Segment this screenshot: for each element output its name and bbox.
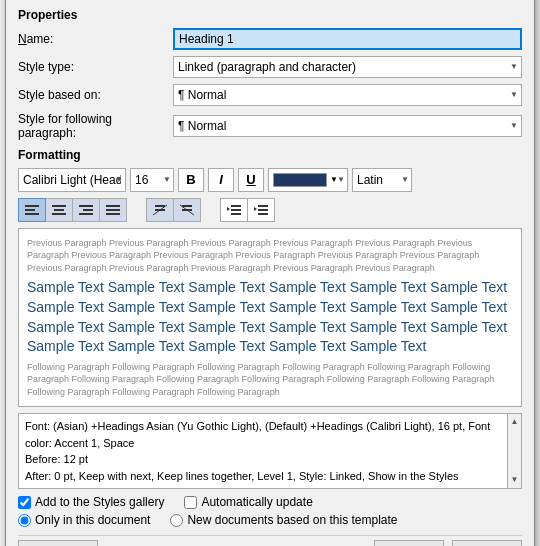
name-label-rest: ame: bbox=[27, 32, 54, 46]
color-dropdown-arrow: ▼ bbox=[330, 175, 338, 184]
svg-rect-9 bbox=[106, 205, 120, 207]
scroll-down-arrow[interactable]: ▼ bbox=[509, 472, 521, 488]
name-label-text: N bbox=[18, 32, 27, 46]
align-extra2-button[interactable] bbox=[173, 198, 201, 222]
options-row: Add to the Styles gallery Automatically … bbox=[18, 495, 522, 509]
svg-rect-11 bbox=[106, 213, 120, 215]
style-type-select-wrapper: Linked (paragraph and character) bbox=[173, 56, 522, 78]
svg-rect-19 bbox=[231, 209, 241, 211]
preview-box: Previous Paragraph Previous Paragraph Pr… bbox=[18, 228, 522, 408]
color-swatch bbox=[273, 173, 327, 187]
style-based-select-wrapper: ¶ Normal bbox=[173, 84, 522, 106]
svg-rect-7 bbox=[83, 209, 93, 211]
font-select[interactable]: Calibri Light (Head bbox=[18, 168, 126, 192]
style-follow-select[interactable]: ¶ Normal bbox=[173, 115, 522, 137]
svg-rect-5 bbox=[52, 213, 66, 215]
align-right-button[interactable] bbox=[72, 198, 100, 222]
svg-rect-15 bbox=[182, 205, 192, 207]
name-input[interactable] bbox=[173, 28, 522, 50]
formatting-section: Formatting Calibri Light (Head 16 B bbox=[18, 148, 522, 546]
svg-rect-4 bbox=[54, 209, 64, 211]
style-follow-row: Style for following paragraph: ¶ Normal bbox=[18, 112, 522, 140]
color-select-wrapper: ▼ bbox=[268, 168, 348, 192]
style-type-select[interactable]: Linked (paragraph and character) bbox=[173, 56, 522, 78]
alignment-row bbox=[18, 198, 522, 222]
svg-rect-2 bbox=[25, 213, 39, 215]
svg-rect-12 bbox=[155, 205, 165, 207]
script-select-wrapper: Latin bbox=[352, 168, 412, 192]
bold-button[interactable]: B bbox=[178, 168, 204, 192]
align-justify-button[interactable] bbox=[99, 198, 127, 222]
svg-rect-3 bbox=[52, 205, 66, 207]
radio-group: Only in this document New documents base… bbox=[18, 513, 522, 527]
font-select-wrapper: Calibri Light (Head bbox=[18, 168, 126, 192]
ok-cancel-group: OK Cancel bbox=[374, 540, 522, 546]
dialog-body: Properties Name: Style type: Linked (par… bbox=[6, 0, 534, 546]
description-box: Font: (Asian) +Headings Asian (Yu Gothic… bbox=[18, 413, 522, 489]
description-scrollbar[interactable]: ▲ ▼ bbox=[507, 414, 521, 488]
style-follow-select-wrapper: ¶ Normal bbox=[173, 115, 522, 137]
new-docs-label[interactable]: New documents based on this template bbox=[170, 513, 397, 527]
svg-rect-6 bbox=[79, 205, 93, 207]
svg-rect-10 bbox=[106, 209, 120, 211]
svg-rect-1 bbox=[25, 209, 35, 211]
svg-rect-24 bbox=[258, 213, 268, 215]
style-based-label: Style based on: bbox=[18, 88, 173, 102]
name-label: Name: bbox=[18, 32, 173, 46]
only-this-doc-text: Only in this document bbox=[35, 513, 150, 527]
svg-marker-25 bbox=[254, 207, 257, 211]
add-styles-gallery-label[interactable]: Add to the Styles gallery bbox=[18, 495, 164, 509]
svg-rect-22 bbox=[258, 205, 268, 207]
bottom-divider bbox=[18, 535, 522, 536]
name-row: Name: bbox=[18, 28, 522, 50]
preview-prev-text: Previous Paragraph Previous Paragraph Pr… bbox=[27, 237, 513, 275]
align-left-button[interactable] bbox=[18, 198, 46, 222]
svg-marker-21 bbox=[227, 207, 230, 211]
add-styles-gallery-text: Add to the Styles gallery bbox=[35, 495, 164, 509]
size-select-wrapper: 16 bbox=[130, 168, 174, 192]
style-type-row: Style type: Linked (paragraph and charac… bbox=[18, 56, 522, 78]
only-this-doc-label[interactable]: Only in this document bbox=[18, 513, 150, 527]
preview-sample-text: Sample Text Sample Text Sample Text Samp… bbox=[27, 278, 513, 356]
underline-button[interactable]: U bbox=[238, 168, 264, 192]
svg-rect-23 bbox=[258, 209, 268, 211]
only-this-doc-radio[interactable] bbox=[18, 514, 31, 527]
font-color-button[interactable]: ▼ bbox=[268, 168, 348, 192]
description-text3: After: 0 pt, Keep with next, Keep lines … bbox=[25, 470, 459, 482]
font-row: Calibri Light (Head 16 B I U bbox=[18, 168, 522, 192]
style-based-row: Style based on: ¶ Normal bbox=[18, 84, 522, 106]
style-based-select[interactable]: ¶ Normal bbox=[173, 84, 522, 106]
svg-rect-8 bbox=[79, 213, 93, 215]
increase-indent-button[interactable] bbox=[247, 198, 275, 222]
style-type-label: Style type: bbox=[18, 60, 173, 74]
new-docs-radio[interactable] bbox=[170, 514, 183, 527]
svg-rect-20 bbox=[231, 213, 241, 215]
add-styles-gallery-checkbox[interactable] bbox=[18, 496, 31, 509]
size-select[interactable]: 16 bbox=[130, 168, 174, 192]
svg-rect-0 bbox=[25, 205, 39, 207]
description-text: Font: (Asian) +Headings Asian (Yu Gothic… bbox=[25, 420, 490, 449]
new-docs-text: New documents based on this template bbox=[187, 513, 397, 527]
auto-update-label[interactable]: Automatically update bbox=[184, 495, 312, 509]
format-button[interactable]: Format ▼ bbox=[18, 540, 98, 546]
scroll-up-arrow[interactable]: ▲ bbox=[509, 414, 521, 430]
description-text2: Before: 12 pt bbox=[25, 453, 88, 465]
align-center-button[interactable] bbox=[45, 198, 73, 222]
bottom-buttons: Format ▼ OK Cancel bbox=[18, 540, 522, 546]
modify-style-dialog: Modify Style ? ✕ Properties Name: Style … bbox=[5, 0, 535, 546]
ok-button[interactable]: OK bbox=[374, 540, 444, 546]
properties-label: Properties bbox=[18, 8, 522, 22]
svg-rect-18 bbox=[231, 205, 241, 207]
preview-follow-text: Following Paragraph Following Paragraph … bbox=[27, 361, 513, 399]
decrease-indent-button[interactable] bbox=[220, 198, 248, 222]
formatting-label: Formatting bbox=[18, 148, 522, 162]
auto-update-text: Automatically update bbox=[201, 495, 312, 509]
style-follow-label: Style for following paragraph: bbox=[18, 112, 173, 140]
align-extra1-button[interactable] bbox=[146, 198, 174, 222]
script-select[interactable]: Latin bbox=[352, 168, 412, 192]
cancel-button[interactable]: Cancel bbox=[452, 540, 522, 546]
auto-update-checkbox[interactable] bbox=[184, 496, 197, 509]
italic-button[interactable]: I bbox=[208, 168, 234, 192]
